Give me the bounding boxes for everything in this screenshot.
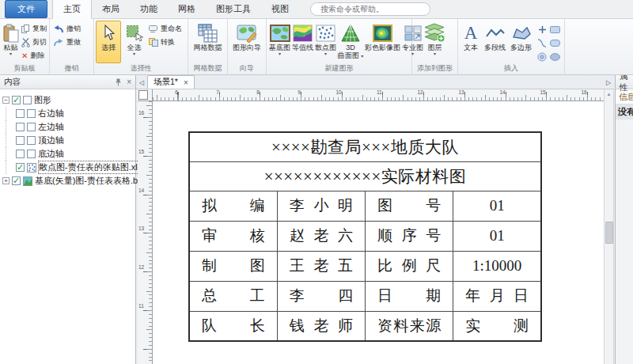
polyline-button[interactable]: 多段线 [482, 21, 508, 63]
ellipse-shape-button[interactable] [548, 50, 561, 63]
tree-item-left-axis[interactable]: 左边轴 [2, 120, 134, 134]
checkbox-icon[interactable] [23, 96, 32, 104]
search-input[interactable] [320, 5, 425, 13]
properties-panel-header: 属性 [616, 75, 633, 89]
copy-icon [21, 25, 30, 34]
rounded-rectangle-icon [550, 40, 560, 47]
tab-scroll-right-icon[interactable]: ▷ [603, 79, 614, 89]
tab-home[interactable]: 主页 [52, 0, 92, 19]
tree-item-base-map[interactable]: + ✓ 基底(矢量)图-责任表表格.blr [2, 174, 134, 188]
contour-button[interactable]: 等值线 [291, 21, 314, 63]
checkbox-icon[interactable] [16, 136, 25, 145]
pin-icon[interactable] [115, 78, 122, 86]
document-tab[interactable]: 场景1* × [147, 75, 195, 89]
paste-button[interactable]: 粘贴 ▾ [2, 21, 20, 63]
ribbon-group-add-to-graphics: 图层 ▾ 添加到图形 [412, 19, 458, 74]
dropdown-icon: ▾ [9, 51, 12, 57]
expand-icon[interactable]: + [2, 177, 9, 184]
undo-icon [53, 25, 64, 33]
collapse-icon[interactable]: − [2, 97, 9, 104]
spline-shape-button[interactable] [536, 36, 548, 50]
sheet-cell: 审核 [189, 221, 277, 251]
graph-wizard-button[interactable]: 图形向导 [229, 21, 264, 63]
concentric-circles-button[interactable] [536, 50, 548, 63]
tab-view[interactable]: 视图 [261, 0, 299, 18]
tab-function[interactable]: 功能 [130, 0, 168, 18]
menu-bar: 文件 主页 布局 功能 网格 图形工具 视图 [0, 0, 633, 19]
checkbox-icon[interactable] [27, 136, 36, 145]
scrollbar-thumb[interactable] [605, 222, 613, 244]
plus-shape-button[interactable] [536, 23, 548, 36]
dropdown-icon: ▾ [279, 51, 281, 57]
tree-item-right-axis[interactable]: 右边轴 [2, 107, 134, 120]
sheet-cell: 图号 [366, 191, 453, 221]
scatter-plot-button[interactable]: 散点图 ▾ [314, 21, 337, 63]
delete-button[interactable]: ✕ 删除 [21, 51, 47, 61]
properties-panel-title: 属性 [620, 75, 629, 93]
rounded-rectangle-shape-button[interactable] [548, 36, 561, 50]
ruler-number: 7 [216, 89, 219, 95]
tree-item-label: 图形 [34, 94, 51, 106]
tab-graphics-tools[interactable]: 图形工具 [206, 0, 261, 18]
checkbox-icon[interactable] [16, 150, 25, 158]
tree-item-label: 顶边轴 [38, 135, 64, 146]
checkbox-checked-icon[interactable]: ✓ [16, 163, 25, 172]
properties-tab-info[interactable]: 信息 [616, 89, 633, 104]
content-tree: − ✓ 图形 右边轴 左边轴 顶边轴 [0, 89, 135, 188]
layer-button[interactable]: 图层 ▾ [419, 21, 451, 63]
properties-panel: 属性 信息 没有 [615, 75, 633, 364]
ruler-corner-box [138, 89, 153, 101]
checkbox-icon[interactable] [27, 123, 36, 131]
select-button[interactable]: 选择 [96, 21, 121, 63]
tree-item-top-axis[interactable]: 顶边轴 [2, 134, 134, 147]
polygon-icon [511, 22, 532, 44]
vertical-scrollbar[interactable]: ▲ [604, 89, 614, 364]
search-box[interactable] [310, 2, 430, 16]
sheet-cell: 日期 [366, 281, 453, 311]
tree-item-graphics[interactable]: − ✓ 图形 [2, 93, 134, 107]
ruler-number: 6 [175, 89, 178, 95]
tab-grid[interactable]: 网格 [168, 0, 206, 18]
select-all-icon [126, 22, 143, 44]
checkbox-checked-icon[interactable]: ✓ [12, 96, 21, 104]
polygon-button[interactable]: 多边形 [508, 21, 534, 63]
ribbon: 粘贴 ▾ 复制 剪切 ✕ 删除 [0, 19, 633, 75]
scroll-up-icon[interactable]: ▲ [605, 89, 613, 100]
tab-scroll-left-icon[interactable]: ◁ [136, 79, 147, 89]
rename-button[interactable]: 重命名 [149, 24, 182, 34]
dropdown-icon: ▾ [324, 51, 327, 57]
checkbox-checked-icon[interactable]: ✓ [12, 176, 21, 185]
title-block-table[interactable]: ××××勘查局×××地质大队 ××××××××××××实际材料图 拟编 李小明 … [188, 131, 542, 342]
surface-3d-button[interactable]: 3D 曲面图 ▾ [337, 21, 364, 63]
checkbox-icon[interactable] [16, 123, 25, 131]
tree-item-scatter-plot[interactable]: ✓ 散点图-责任表的张贴图.xls [2, 161, 134, 174]
sheet-cell: 赵老六 [277, 221, 365, 251]
close-panel-icon[interactable]: × [127, 78, 131, 86]
tab-layout[interactable]: 布局 [92, 0, 130, 18]
polyline-icon [485, 22, 506, 44]
redo-button[interactable]: 重做 [53, 37, 81, 47]
color-image-button[interactable]: 彩色影像图 [364, 21, 401, 63]
text-button[interactable]: A 文本 [460, 21, 482, 63]
tree-item-bottom-axis[interactable]: 底边轴 [2, 147, 134, 161]
delete-icon: ✕ [21, 51, 28, 60]
ribbon-group-wizard: 图形向导 向导 [228, 19, 267, 74]
base-map-button[interactable]: 基底图 ▾ [268, 21, 291, 63]
file-tab[interactable]: 文件 [5, 0, 47, 18]
close-tab-icon[interactable]: × [184, 78, 188, 87]
checkbox-icon[interactable] [27, 109, 36, 118]
checkbox-icon[interactable] [16, 109, 25, 118]
ruler-number: 16 [138, 110, 144, 116]
ruler-number: 9 [298, 89, 301, 95]
undo-button[interactable]: 撤销 [53, 24, 81, 34]
drawing-canvas[interactable]: ××××勘查局×××地质大队 ××××××××××××实际材料图 拟编 李小明 … [153, 101, 604, 364]
grid-data-icon [198, 22, 218, 44]
cut-button[interactable]: 剪切 [21, 37, 47, 47]
checkbox-icon[interactable] [27, 150, 36, 158]
grid-data-button[interactable]: 网格数据 [190, 21, 226, 63]
convert-button[interactable]: 转换 [149, 37, 182, 47]
rectangle-shape-button[interactable] [548, 23, 561, 36]
scatter-thumbnail-icon [27, 163, 36, 173]
copy-button[interactable]: 复制 [21, 24, 47, 34]
select-all-button[interactable]: 全选 ▾ [121, 21, 147, 63]
